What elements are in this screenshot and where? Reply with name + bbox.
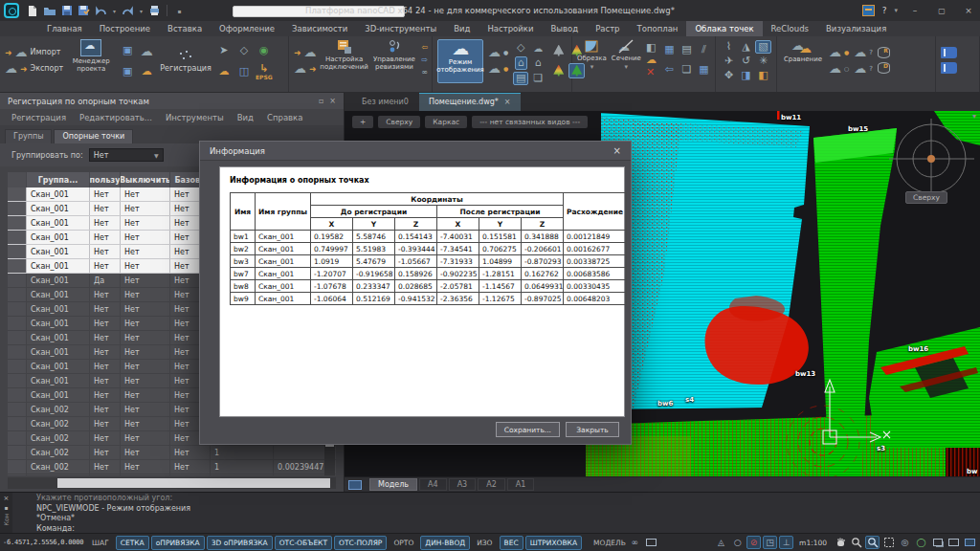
zoom-extents-icon[interactable]	[881, 536, 896, 549]
sync-down-icon[interactable]: ⇨	[421, 55, 428, 66]
import-button[interactable]: ➜☁ Импорт	[5, 46, 63, 58]
image-plane-icon[interactable]: ▤	[513, 72, 528, 85]
folder-icon[interactable]: ▣	[122, 66, 132, 77]
cloud-add-icon[interactable]: ☁	[646, 55, 657, 66]
panel-pin-icon[interactable]: ▫	[319, 97, 323, 105]
ribbon-tab-Растр[interactable]: Растр	[587, 21, 628, 36]
save-button[interactable]: Сохранить...	[496, 422, 560, 437]
command-history[interactable]: Укажите противоположный угол:NPC_VIEWMOD…	[12, 493, 190, 533]
online-help-book-icon[interactable]	[941, 62, 957, 74]
tree-classes-icon[interactable]	[553, 65, 564, 77]
pan-icon[interactable]	[833, 536, 847, 549]
save-section-icon[interactable]: ▦	[664, 44, 674, 55]
doc-tab-Помещение.dwg*[interactable]: Помещение.dwg*×	[419, 93, 521, 111]
project-manager-button[interactable]: Менеджер проекта	[68, 39, 114, 83]
cloud-point-info-icon[interactable]: ☁●	[829, 46, 849, 58]
app-logo-icon[interactable]	[4, 3, 19, 18]
save-as-icon[interactable]	[77, 4, 91, 18]
db-export-icon[interactable]: ☁➜	[294, 62, 317, 75]
resources-icon[interactable]	[862, 5, 875, 16]
viewport-control[interactable]: +	[352, 116, 373, 128]
zoom-window-icon[interactable]	[865, 536, 880, 549]
viewmode-layers-icon[interactable]: ▧	[755, 40, 770, 54]
folder-cloud-icon[interactable]: ▣	[122, 45, 132, 56]
table-row[interactable]: Скан_002НетНетНет10.00239447	[8, 460, 336, 474]
ribbon-tab-Построение[interactable]: Построение	[91, 21, 159, 36]
toggle-ВЕС[interactable]: ВЕС	[500, 536, 523, 550]
cloud-delete-icon[interactable]: ✕	[646, 67, 657, 78]
table-row[interactable]: Скан_002НетНетНет1	[8, 446, 336, 460]
target-icon[interactable]: ✳	[759, 55, 768, 67]
small-cloud-icon[interactable]: ☁	[533, 42, 543, 55]
help-dropdown-icon[interactable]: ▾	[894, 7, 898, 14]
viewport-control[interactable]: --- нет связанных видов ---	[472, 116, 588, 128]
ribbon-tab-Вывод[interactable]: Вывод	[542, 21, 587, 36]
menu-item-Инструменты[interactable]: Инструменты	[166, 113, 224, 122]
house-inside-icon[interactable]: ⌂	[515, 56, 527, 70]
crop-button[interactable]: Обрезка ▾	[577, 39, 607, 83]
dialog-close-icon[interactable]: ×	[613, 145, 621, 156]
ribbon-tab-Топоплан[interactable]: Топоплан	[628, 21, 686, 36]
layout-tab-A3[interactable]: A3	[449, 478, 477, 491]
menu-item-Справка[interactable]: Справка	[267, 113, 302, 122]
full-navigation-icon[interactable]: ◯	[914, 536, 928, 549]
toggle-ОРТО[interactable]: ОРТО	[389, 536, 418, 550]
menu-item-Регистрация[interactable]: Регистрация	[11, 113, 66, 122]
sync-up-icon[interactable]: ⇦	[421, 42, 428, 54]
ribbon-tab-Зависимости[interactable]: Зависимости	[283, 21, 356, 36]
cube-view-icon[interactable]: ◨	[741, 70, 750, 81]
minimize-button[interactable]: –	[905, 6, 924, 15]
cloud-lamp2-icon[interactable]: ☁●	[488, 62, 508, 75]
undo-icon[interactable]	[94, 4, 108, 18]
group-by-select[interactable]: Нет ▼	[89, 148, 164, 162]
command-line-window[interactable]: × ▪ Кон Укажите противоположный угол:NPC…	[0, 492, 980, 533]
link-icon[interactable]: ∞	[628, 536, 642, 549]
display-mode-button[interactable]: ☁ Режим отображения	[437, 39, 483, 83]
table-row[interactable]: Скан_002НетНетНет10.00275368	[8, 474, 336, 475]
tab-Группы[interactable]: Группы	[5, 129, 52, 143]
layers-icon[interactable]: ❏	[533, 73, 543, 84]
help-icon[interactable]: ?	[882, 6, 887, 15]
view-direction-button[interactable]: Сверху	[905, 191, 947, 204]
close-button[interactable]: ×	[959, 6, 978, 15]
annotation-scale-icon[interactable]: ⊥	[779, 536, 793, 549]
annotation-scale-value[interactable]: m1:100	[799, 539, 827, 547]
doc-tab-Без имени0[interactable]: Без имени0	[352, 93, 418, 111]
pick-points-cursor-icon[interactable]: ➤	[219, 45, 228, 56]
screen-icon[interactable]	[947, 536, 961, 549]
layout-tab-Модель[interactable]: Модель	[369, 478, 417, 491]
grey-cloud-icon[interactable]: ☁	[141, 45, 153, 57]
polygon-points-icon[interactable]: ◇	[240, 45, 248, 56]
ribbon-tab-ReClouds[interactable]: ReClouds	[763, 21, 817, 36]
back-section-icon[interactable]: ⇦	[665, 64, 674, 76]
section-button[interactable]: ☁ Сечение ▾	[612, 39, 641, 83]
parallel-sections-icon[interactable]: ⫽	[702, 44, 706, 55]
close-dialog-button[interactable]: Закрыть	[566, 422, 619, 437]
redo-icon[interactable]	[121, 4, 135, 18]
ribbon-tab-Настройки[interactable]: Настройки	[479, 21, 542, 36]
bounding-box-icon[interactable]: ◇	[517, 42, 524, 54]
toggle-ОТС-ОБЪЕКТ[interactable]: ОТС-ОБЪЕКТ	[275, 536, 332, 550]
save-icon[interactable]	[59, 4, 74, 18]
annotation-lamp-icon[interactable]: ◬	[714, 536, 728, 549]
ribbon-tab-Вид[interactable]: Вид	[445, 21, 479, 36]
viewport-control[interactable]: Сверху	[378, 116, 420, 128]
georeference-icon[interactable]: ◉	[259, 45, 269, 56]
annotation-visibility-icon[interactable]: ⊘	[746, 536, 761, 549]
ribbon-tab-Главная[interactable]: Главная	[38, 21, 91, 36]
connections-button[interactable]: Настройка подключений	[322, 39, 368, 83]
sections-grid-icon[interactable]: ▤	[681, 44, 691, 55]
door-icon[interactable]: ◧	[646, 42, 657, 54]
flyover-icon[interactable]: ◮	[742, 41, 749, 53]
grid-view-icon[interactable]: ▦	[699, 64, 708, 76]
toggle-3D оПРИВЯЗКА[interactable]: 3D оПРИВЯЗКА	[207, 536, 273, 550]
command-pin-icon[interactable]: ▪	[4, 504, 8, 511]
layout-tab-A2[interactable]: A2	[478, 478, 505, 491]
turntable-icon[interactable]: ↺	[742, 55, 750, 67]
epsg-button[interactable]: ↳EPSG	[256, 63, 273, 80]
menu-item-Вид[interactable]: Вид	[237, 113, 254, 122]
cube-cloud-icon[interactable]: ◫	[239, 66, 249, 77]
db-import-icon[interactable]: ➜☁	[294, 46, 317, 58]
viewport-control[interactable]: Каркас	[425, 116, 467, 128]
orbit-icon[interactable]: ◎	[898, 536, 912, 549]
